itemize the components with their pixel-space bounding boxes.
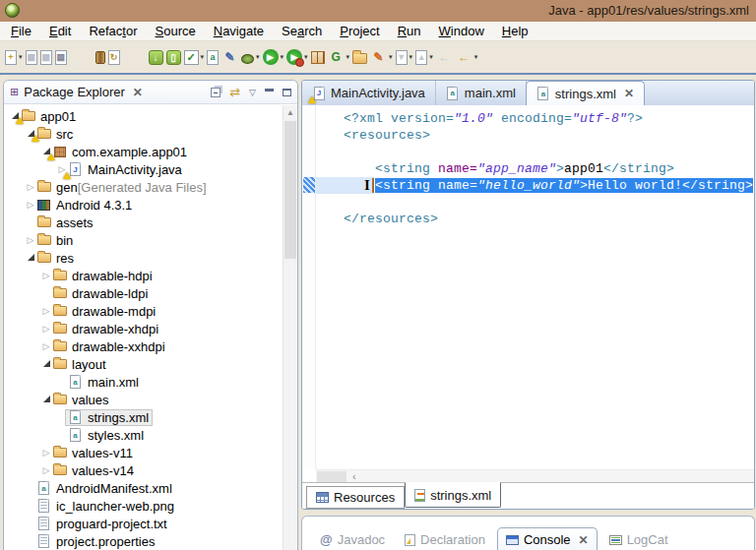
run-dropdown-arrow[interactable]: ▾ [281,53,284,61]
new-wizard-dropdown-arrow[interactable]: ▾ [19,53,23,61]
tree-item-ic-launcher-web-png[interactable]: ic_launcher-web.png [26,497,174,515]
debug-dropdown-arrow[interactable]: ▾ [256,53,260,61]
link-with-editor-button[interactable]: ⇄ [229,85,240,99]
open-resource-button[interactable] [351,45,368,69]
back-button[interactable]: ← [435,45,454,69]
tree-item-values-v11[interactable]: ▷values-v11 [41,444,133,461]
editor-horizontal-scrollbar[interactable]: ‹ [316,469,754,482]
next-annotation-dropdown-arrow[interactable]: ▾ [410,53,413,61]
profile-dropdown-arrow[interactable]: ▾ [304,53,308,61]
tree-item-src[interactable]: src [26,125,73,143]
tree-item-proguard-project-txt[interactable]: proguard-project.txt [26,515,167,532]
tree-item-com-example-app01[interactable]: com.example.app01 [41,143,187,160]
editor-tab-main-xml[interactable]: amain.xml [436,81,527,105]
menu-file[interactable]: File [2,22,40,40]
tree-item-android-4-3-1[interactable]: ▷Android 4.3.1 [26,196,132,214]
maximize-button[interactable] [283,89,291,96]
page-tab-strings-xml[interactable]: strings.xml [405,482,501,508]
refresh-button[interactable]: ↻ [107,45,121,69]
collapse-all-button[interactable] [211,88,220,97]
tree-expander-icon[interactable] [41,359,51,369]
tree-item-drawable-ldpi[interactable]: drawable-ldpi [41,284,148,302]
new-java-project-button[interactable] [310,45,326,69]
code-editor[interactable]: <?xml version="1.0" encoding="utf-8"?><r… [316,105,754,469]
tree-expander-icon[interactable]: ▷ [41,324,51,334]
forward-dropdown-arrow[interactable]: ▾ [474,53,478,61]
editor-tab-strings-xml[interactable]: astrings.xml✕ [526,81,645,105]
tab-package-explorer[interactable]: ⊞ Package Explorer ✕ [10,85,151,99]
new-android-project-button[interactable]: a [206,45,220,69]
tree-expander-icon[interactable]: ▷ [26,200,35,210]
previous-annotation-dropdown-arrow[interactable]: ▾ [429,53,433,61]
hscroll-thumb[interactable] [317,471,346,482]
tree-expander-icon[interactable]: ▷ [41,271,51,280]
scrollbar-up-arrow[interactable]: ▲ [284,105,297,120]
tree-item-strings-xml[interactable]: astrings.xml [57,408,153,426]
tree-expander-icon[interactable]: ▷ [41,341,51,351]
external-tools-button[interactable] [94,45,106,69]
menu-search[interactable]: Search [273,22,331,40]
lint-check-button[interactable]: ✓▾ [183,45,206,69]
new-junit-test-button[interactable]: G▾ [327,45,351,69]
tree-expander-icon[interactable]: ▷ [26,182,35,192]
next-annotation-button[interactable]: ▼▾ [395,45,414,69]
hscroll-left-arrow[interactable]: ‹ [352,470,356,482]
tree-item-bin[interactable]: ▷bin [26,231,73,249]
view-menu-button[interactable]: ▽ [249,88,256,97]
android-virtual-device-manager-button[interactable]: ▯ [165,45,182,69]
mark-occurrences-button[interactable]: ✎▾ [369,45,394,69]
save-all-button[interactable]: ▩ [39,45,53,69]
page-tab-resources[interactable]: Resources [306,486,405,509]
new-wizard-button[interactable]: +▾ [4,45,24,69]
tree-item-gen[interactable]: ▷gen [Generated Java Files] [26,178,207,196]
close-icon[interactable]: ✕ [133,86,143,99]
view-tab-declaration[interactable]: Declaration [397,528,493,550]
new-junit-test-dropdown-arrow[interactable]: ▾ [346,53,350,61]
tree-item-layout[interactable]: layout [41,355,106,373]
debug-button[interactable]: ▾ [240,45,261,69]
pencil-button[interactable]: ✎ [220,45,239,69]
close-icon[interactable]: ✕ [579,533,589,547]
view-tab-console[interactable]: Console✕ [497,527,598,550]
editor-tab-mainactivity-java[interactable]: JMainActivity.java [302,81,436,105]
profile-button[interactable]: ▶▾ [285,45,309,69]
menu-project[interactable]: Project [331,22,388,40]
tree-item-values-v14[interactable]: ▷values-v14 [41,461,134,479]
tree-item-res[interactable]: res [26,249,74,267]
tree-item-drawable-xxhdpi[interactable]: ▷drawable-xxhdpi [41,337,165,355]
tree-expander-icon[interactable]: ▷ [41,465,51,475]
tree-item-main-xml[interactable]: amain.xml [57,373,139,391]
android-sdk-manager-button[interactable]: ↓ [148,45,164,69]
menu-navigate[interactable]: Navigate [205,22,273,40]
run-button[interactable]: ▶▾ [262,45,285,69]
tree-item-mainactivity-java[interactable]: ▷JMainActivity.java [57,160,182,178]
tree-item-assets[interactable]: assets [26,214,94,231]
close-icon[interactable]: ✕ [624,87,634,100]
tree-item-drawable-hdpi[interactable]: ▷drawable-hdpi [41,267,153,284]
tree-item-project-properties[interactable]: project.properties [26,532,155,550]
package-explorer-scrollbar[interactable]: ▲ [283,105,297,550]
mark-occurrences-dropdown-arrow[interactable]: ▾ [389,53,393,61]
tree-expander-icon[interactable]: ▷ [41,306,51,316]
menu-edit[interactable]: Edit [40,22,80,40]
print-button[interactable]: ▤ [54,45,68,69]
tree-item-androidmanifest-xml[interactable]: aAndroidManifest.xml [26,479,172,497]
view-tab-javadoc[interactable]: @Javadoc [312,528,393,550]
menu-run[interactable]: Run [389,22,430,40]
tree-item-drawable-mdpi[interactable]: ▷drawable-mdpi [41,302,156,320]
tree-item-styles-xml[interactable]: astyles.xml [57,426,144,444]
tree-expander-icon[interactable] [26,253,35,263]
tree-expander-icon[interactable]: ▷ [41,448,51,458]
previous-annotation-button[interactable]: ▲▾ [414,45,434,69]
tree-item-values[interactable]: values [41,391,109,408]
forward-button[interactable]: ←▾ [455,45,479,69]
menu-help[interactable]: Help [493,22,537,40]
tree-item-drawable-xhdpi[interactable]: ▷drawable-xhdpi [41,320,158,337]
menu-window[interactable]: Window [430,22,493,40]
lint-check-dropdown-arrow[interactable]: ▾ [201,53,205,61]
scrollbar-thumb[interactable] [284,121,296,259]
tree-expander-icon[interactable]: ▷ [26,235,35,245]
tree-expander-icon[interactable] [41,395,51,404]
menu-refactor[interactable]: Refactor [80,22,146,40]
menu-source[interactable]: Source [147,22,205,40]
